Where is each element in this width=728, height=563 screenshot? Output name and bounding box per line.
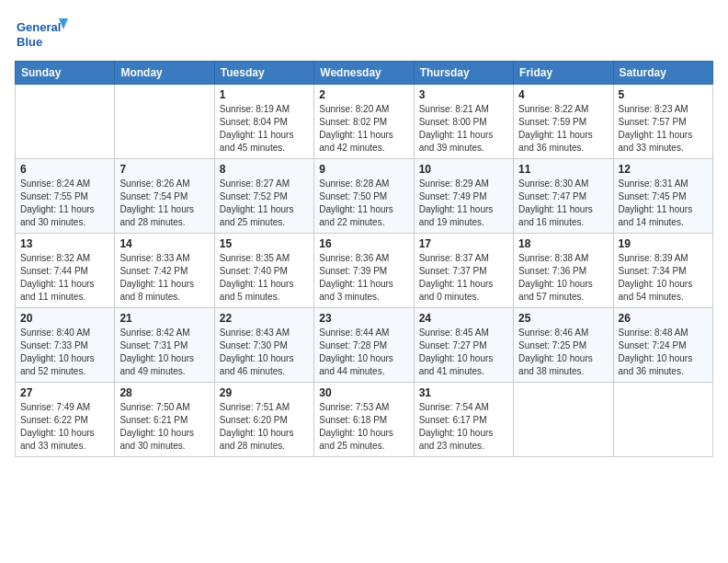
day-info: Sunrise: 8:40 AMSunset: 7:33 PMDaylight:… — [20, 327, 109, 378]
calendar-cell: 22Sunrise: 8:43 AMSunset: 7:30 PMDayligh… — [214, 308, 313, 383]
day-number: 3 — [419, 88, 508, 101]
calendar-week-3: 13Sunrise: 8:32 AMSunset: 7:44 PMDayligh… — [16, 234, 713, 308]
calendar-cell: 15Sunrise: 8:35 AMSunset: 7:40 PMDayligh… — [214, 234, 313, 308]
day-number: 22 — [220, 312, 309, 325]
day-info: Sunrise: 8:26 AMSunset: 7:54 PMDaylight:… — [119, 178, 209, 229]
day-info: Sunrise: 8:22 AMSunset: 7:59 PMDaylight:… — [518, 103, 608, 155]
weekday-wednesday: Wednesday — [314, 62, 414, 85]
calendar-cell: 16Sunrise: 8:36 AMSunset: 7:39 PMDayligh… — [314, 234, 414, 308]
day-number: 20 — [20, 312, 109, 325]
calendar-cell: 13Sunrise: 8:32 AMSunset: 7:44 PMDayligh… — [16, 234, 115, 308]
calendar-cell: 7Sunrise: 8:26 AMSunset: 7:54 PMDaylight… — [115, 159, 214, 234]
page-header: General Blue — [15, 15, 713, 53]
day-info: Sunrise: 8:39 AMSunset: 7:34 PMDaylight:… — [619, 252, 708, 304]
weekday-thursday: Thursday — [414, 62, 513, 85]
day-info: Sunrise: 8:30 AMSunset: 7:47 PMDaylight:… — [518, 178, 608, 229]
calendar-cell: 30Sunrise: 7:53 AMSunset: 6:18 PMDayligh… — [314, 383, 414, 457]
day-info: Sunrise: 8:29 AMSunset: 7:49 PMDaylight:… — [419, 178, 508, 229]
day-info: Sunrise: 8:46 AMSunset: 7:25 PMDaylight:… — [518, 327, 608, 378]
calendar-cell: 4Sunrise: 8:22 AMSunset: 7:59 PMDaylight… — [514, 85, 613, 159]
day-number: 28 — [119, 386, 209, 399]
day-info: Sunrise: 8:33 AMSunset: 7:42 PMDaylight:… — [119, 252, 209, 304]
calendar-cell: 28Sunrise: 7:50 AMSunset: 6:21 PMDayligh… — [115, 383, 214, 457]
day-number: 9 — [319, 163, 408, 176]
day-number: 5 — [619, 88, 708, 101]
day-number: 24 — [419, 312, 508, 325]
svg-text:General: General — [17, 20, 61, 34]
calendar-cell — [613, 383, 712, 457]
calendar-cell: 10Sunrise: 8:29 AMSunset: 7:49 PMDayligh… — [414, 159, 513, 234]
day-info: Sunrise: 7:50 AMSunset: 6:21 PMDaylight:… — [119, 401, 209, 453]
calendar-cell — [16, 85, 115, 159]
calendar-cell: 26Sunrise: 8:48 AMSunset: 7:24 PMDayligh… — [613, 308, 712, 383]
day-info: Sunrise: 8:43 AMSunset: 7:30 PMDaylight:… — [220, 327, 309, 378]
day-number: 11 — [518, 163, 608, 176]
day-info: Sunrise: 8:27 AMSunset: 7:52 PMDaylight:… — [220, 178, 309, 229]
day-number: 29 — [220, 386, 309, 399]
calendar-cell: 17Sunrise: 8:37 AMSunset: 7:37 PMDayligh… — [414, 234, 513, 308]
calendar-cell: 8Sunrise: 8:27 AMSunset: 7:52 PMDaylight… — [214, 159, 313, 234]
day-number: 13 — [20, 237, 109, 250]
calendar-cell: 14Sunrise: 8:33 AMSunset: 7:42 PMDayligh… — [115, 234, 214, 308]
day-info: Sunrise: 8:21 AMSunset: 8:00 PMDaylight:… — [419, 103, 508, 155]
day-number: 25 — [518, 312, 608, 325]
weekday-header-row: SundayMondayTuesdayWednesdayThursdayFrid… — [16, 62, 713, 85]
day-number: 15 — [220, 237, 309, 250]
day-number: 14 — [119, 237, 209, 250]
calendar-cell: 19Sunrise: 8:39 AMSunset: 7:34 PMDayligh… — [613, 234, 712, 308]
day-number: 6 — [20, 163, 109, 176]
day-info: Sunrise: 8:42 AMSunset: 7:31 PMDaylight:… — [119, 327, 209, 378]
day-number: 31 — [419, 386, 508, 399]
calendar-cell: 29Sunrise: 7:51 AMSunset: 6:20 PMDayligh… — [214, 383, 313, 457]
day-number: 17 — [419, 237, 508, 250]
calendar-cell: 12Sunrise: 8:31 AMSunset: 7:45 PMDayligh… — [613, 159, 712, 234]
day-number: 16 — [319, 237, 408, 250]
calendar-cell: 3Sunrise: 8:21 AMSunset: 8:00 PMDaylight… — [414, 85, 513, 159]
calendar-cell: 24Sunrise: 8:45 AMSunset: 7:27 PMDayligh… — [414, 308, 513, 383]
day-info: Sunrise: 8:48 AMSunset: 7:24 PMDaylight:… — [619, 327, 708, 378]
weekday-friday: Friday — [514, 62, 613, 85]
calendar-cell: 20Sunrise: 8:40 AMSunset: 7:33 PMDayligh… — [16, 308, 115, 383]
day-number: 18 — [518, 237, 608, 250]
day-number: 19 — [619, 237, 708, 250]
calendar-cell: 9Sunrise: 8:28 AMSunset: 7:50 PMDaylight… — [314, 159, 414, 234]
calendar-table: SundayMondayTuesdayWednesdayThursdayFrid… — [15, 61, 713, 457]
day-info: Sunrise: 8:37 AMSunset: 7:37 PMDaylight:… — [419, 252, 508, 304]
weekday-saturday: Saturday — [613, 62, 712, 85]
calendar-week-2: 6Sunrise: 8:24 AMSunset: 7:55 PMDaylight… — [16, 159, 713, 234]
calendar-body: 1Sunrise: 8:19 AMSunset: 8:04 PMDaylight… — [16, 85, 713, 457]
day-number: 30 — [319, 386, 408, 399]
day-number: 4 — [518, 88, 608, 101]
day-info: Sunrise: 7:54 AMSunset: 6:17 PMDaylight:… — [419, 401, 508, 453]
weekday-sunday: Sunday — [16, 62, 115, 85]
day-number: 1 — [220, 88, 309, 101]
day-info: Sunrise: 7:53 AMSunset: 6:18 PMDaylight:… — [319, 401, 408, 453]
calendar-cell: 27Sunrise: 7:49 AMSunset: 6:22 PMDayligh… — [16, 383, 115, 457]
logo-svg: General Blue — [15, 15, 70, 53]
calendar-cell: 31Sunrise: 7:54 AMSunset: 6:17 PMDayligh… — [414, 383, 513, 457]
calendar-cell — [514, 383, 613, 457]
day-info: Sunrise: 8:20 AMSunset: 8:02 PMDaylight:… — [319, 103, 408, 155]
day-number: 7 — [119, 163, 209, 176]
calendar-cell: 2Sunrise: 8:20 AMSunset: 8:02 PMDaylight… — [314, 85, 414, 159]
calendar-cell — [115, 85, 214, 159]
calendar-cell: 11Sunrise: 8:30 AMSunset: 7:47 PMDayligh… — [514, 159, 613, 234]
day-number: 12 — [619, 163, 708, 176]
day-info: Sunrise: 8:38 AMSunset: 7:36 PMDaylight:… — [518, 252, 608, 304]
day-number: 10 — [419, 163, 508, 176]
calendar-cell: 1Sunrise: 8:19 AMSunset: 8:04 PMDaylight… — [214, 85, 313, 159]
day-info: Sunrise: 8:28 AMSunset: 7:50 PMDaylight:… — [319, 178, 408, 229]
weekday-monday: Monday — [115, 62, 214, 85]
day-info: Sunrise: 8:44 AMSunset: 7:28 PMDaylight:… — [319, 327, 408, 378]
day-info: Sunrise: 8:35 AMSunset: 7:40 PMDaylight:… — [220, 252, 309, 304]
calendar-cell: 23Sunrise: 8:44 AMSunset: 7:28 PMDayligh… — [314, 308, 414, 383]
day-info: Sunrise: 7:51 AMSunset: 6:20 PMDaylight:… — [220, 401, 309, 453]
day-info: Sunrise: 8:32 AMSunset: 7:44 PMDaylight:… — [20, 252, 109, 304]
calendar-cell: 18Sunrise: 8:38 AMSunset: 7:36 PMDayligh… — [514, 234, 613, 308]
day-info: Sunrise: 8:36 AMSunset: 7:39 PMDaylight:… — [319, 252, 408, 304]
weekday-tuesday: Tuesday — [214, 62, 313, 85]
calendar-cell: 5Sunrise: 8:23 AMSunset: 7:57 PMDaylight… — [613, 85, 712, 159]
day-info: Sunrise: 7:49 AMSunset: 6:22 PMDaylight:… — [20, 401, 109, 453]
day-number: 27 — [20, 386, 109, 399]
day-info: Sunrise: 8:23 AMSunset: 7:57 PMDaylight:… — [619, 103, 708, 155]
